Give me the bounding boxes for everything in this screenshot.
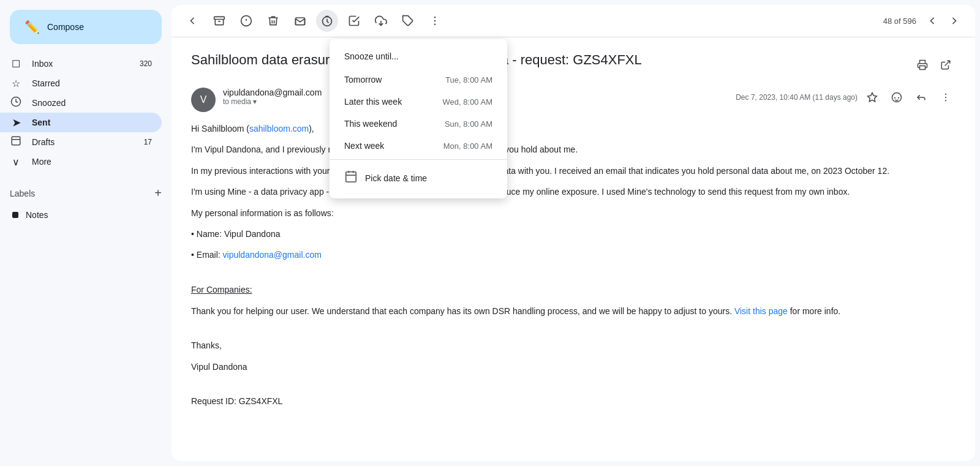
- svg-point-26: [945, 100, 946, 101]
- print-button[interactable]: [913, 55, 932, 75]
- svg-point-16: [434, 20, 436, 22]
- star-button[interactable]: [862, 88, 882, 107]
- more-chevron-icon: ∨: [10, 156, 22, 168]
- sidebar: ✏️ Compose ☐ Inbox 320 ☆ Starred Snoozed: [0, 0, 172, 466]
- body-greeting: Hi Sahilbloom (sahilbloom.com),: [191, 122, 956, 135]
- drafts-count: 17: [144, 138, 152, 146]
- labels-title: Labels: [10, 189, 35, 198]
- email-date: Dec 7, 2023, 10:40 AM (11 days ago): [736, 93, 858, 102]
- snooze-item-tomorrow[interactable]: Tomorrow Tue, 8:00 AM: [330, 69, 507, 91]
- nav-menu: ☐ Inbox 320 ☆ Starred Snoozed ➤ Sent: [0, 54, 172, 171]
- sent-icon: ➤: [10, 117, 22, 129]
- visit-page-link[interactable]: Visit this page: [734, 306, 790, 316]
- sidebar-item-more[interactable]: ∨ More: [0, 152, 162, 171]
- snoozed-label: Snoozed: [32, 98, 152, 108]
- email-content: Sahilbloom data erasure request from Vip…: [172, 37, 975, 461]
- more-label: More: [32, 157, 152, 167]
- svg-rect-27: [346, 172, 356, 182]
- label-notes-text: Notes: [26, 210, 48, 220]
- open-new-tab-button[interactable]: [936, 55, 956, 75]
- report-button[interactable]: [235, 10, 257, 32]
- label-item-notes[interactable]: Notes: [10, 205, 162, 225]
- snooze-dropdown: Snooze until... Tomorrow Tue, 8:00 AM La…: [330, 39, 507, 198]
- inbox-label: Inbox: [32, 59, 130, 69]
- body-name-line: • Name: Vipul Dandona: [191, 227, 956, 241]
- label-button[interactable]: [397, 10, 419, 32]
- snooze-later-label: Later this week: [344, 97, 402, 107]
- sahilbloom-link[interactable]: sahilbloom.com: [249, 124, 309, 133]
- snooze-tomorrow-time: Tue, 8:00 AM: [445, 75, 492, 85]
- email-counter: 48 of 596: [883, 17, 916, 26]
- snooze-item-this-weekend[interactable]: This weekend Sun, 8:00 AM: [330, 113, 507, 135]
- counter-text: 48 of 596: [883, 17, 916, 26]
- snooze-button[interactable]: [316, 10, 338, 32]
- snooze-divider: [330, 159, 507, 160]
- snooze-nextweek-label: Next week: [344, 141, 384, 151]
- svg-rect-3: [214, 17, 225, 19]
- snooze-nextweek-time: Mon, 8:00 AM: [443, 141, 492, 151]
- starred-icon: ☆: [10, 78, 22, 89]
- snoozed-icon: [10, 96, 22, 110]
- body-signature: Vipul Dandona: [191, 360, 956, 374]
- next-email-button[interactable]: [943, 10, 965, 32]
- email-panel: 48 of 596 Sahilbloom data erasure reques…: [172, 5, 975, 461]
- svg-point-17: [434, 24, 436, 26]
- body-email-link[interactable]: vipuldandona@gmail.com: [223, 250, 322, 260]
- calendar-icon: [344, 170, 358, 186]
- snooze-pick-datetime[interactable]: Pick date & time: [330, 162, 507, 194]
- back-button[interactable]: [181, 10, 203, 32]
- inbox-count: 320: [140, 59, 152, 68]
- add-label-button[interactable]: +: [154, 186, 162, 200]
- for-companies-label: For Companies:: [191, 285, 252, 295]
- email-body: Hi Sahilbloom (sahilbloom.com), I'm Vipu…: [191, 122, 956, 408]
- body-thanks: Thanks,: [191, 339, 956, 352]
- labels-section: Labels + Notes: [0, 181, 172, 225]
- compose-icon: ✏️: [24, 20, 40, 34]
- labels-header: Labels +: [10, 181, 162, 205]
- snooze-item-later-this-week[interactable]: Later this week Wed, 8:00 AM: [330, 91, 507, 113]
- mark-unread-button[interactable]: [289, 10, 311, 32]
- drafts-icon: [10, 135, 22, 149]
- task-button[interactable]: [343, 10, 365, 32]
- snooze-item-next-week[interactable]: Next week Mon, 8:00 AM: [330, 135, 507, 157]
- snooze-weekend-label: This weekend: [344, 119, 397, 129]
- svg-marker-20: [868, 93, 877, 102]
- sidebar-item-starred[interactable]: ☆ Starred: [0, 73, 162, 93]
- compose-button[interactable]: ✏️ Compose: [10, 10, 162, 44]
- body-paragraph-2: In my previous interactions with your or…: [191, 164, 956, 178]
- email-toolbar: 48 of 596: [172, 5, 975, 37]
- snooze-weekend-time: Sun, 8:00 AM: [445, 119, 492, 129]
- more-email-actions-button[interactable]: [936, 88, 956, 107]
- snooze-tomorrow-label: Tomorrow: [344, 75, 382, 85]
- drafts-label: Drafts: [32, 137, 134, 147]
- more-actions-button[interactable]: [424, 10, 446, 32]
- archive-button[interactable]: [208, 10, 230, 32]
- sidebar-item-drafts[interactable]: Drafts 17: [0, 132, 162, 152]
- compose-label: Compose: [47, 22, 84, 32]
- svg-rect-1: [12, 137, 20, 145]
- body-request-id: Request ID: GZS4XFXL: [191, 394, 956, 408]
- emoji-button[interactable]: [887, 88, 907, 107]
- svg-rect-18: [920, 66, 925, 70]
- to-chevron[interactable]: ▾: [253, 97, 257, 106]
- prev-email-button[interactable]: [921, 10, 943, 32]
- starred-label: Starred: [32, 78, 152, 88]
- email-nav-arrows: [921, 10, 965, 32]
- reply-button[interactable]: [911, 88, 931, 107]
- body-personal-info-header: My personal information is as follows:: [191, 206, 956, 220]
- body-for-companies: For Companies:: [191, 283, 956, 296]
- delete-button[interactable]: [262, 10, 284, 32]
- sidebar-item-inbox[interactable]: ☐ Inbox 320: [0, 54, 162, 73]
- svg-point-24: [945, 94, 946, 95]
- inbox-icon: ☐: [10, 58, 22, 70]
- move-button[interactable]: [370, 10, 392, 32]
- snooze-later-time: Wed, 8:00 AM: [443, 97, 492, 107]
- sidebar-item-sent[interactable]: ➤ Sent: [0, 113, 162, 132]
- snooze-title: Snooze until...: [330, 44, 507, 69]
- body-paragraph-3: I'm using Mine - a data privacy app - to…: [191, 185, 956, 198]
- svg-point-15: [434, 17, 436, 18]
- pick-datetime-label: Pick date & time: [365, 173, 427, 183]
- sidebar-item-snoozed[interactable]: Snoozed: [0, 93, 162, 113]
- body-companies-text: Thank you for helping our user. We under…: [191, 304, 956, 318]
- body-email-line: • Email: vipuldandona@gmail.com: [191, 248, 956, 261]
